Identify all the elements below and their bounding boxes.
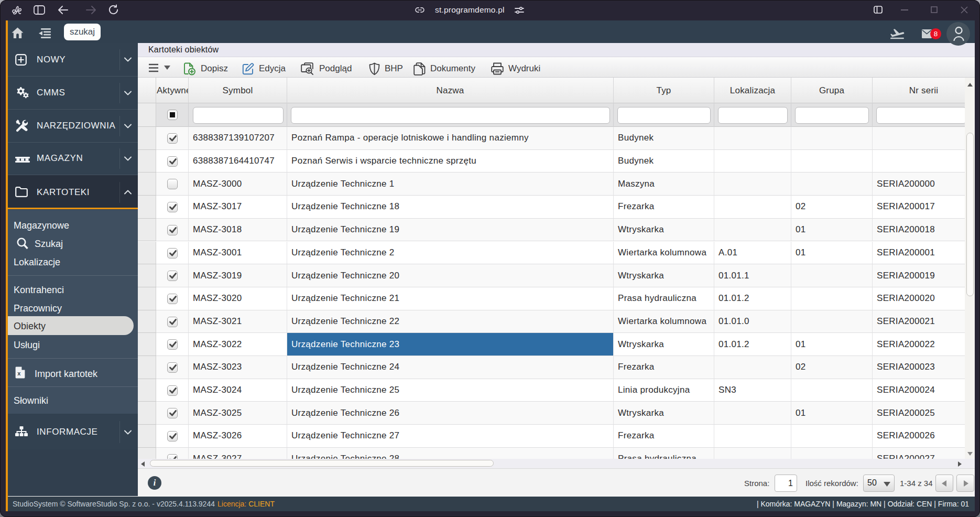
svg-text:x: x	[17, 370, 21, 376]
